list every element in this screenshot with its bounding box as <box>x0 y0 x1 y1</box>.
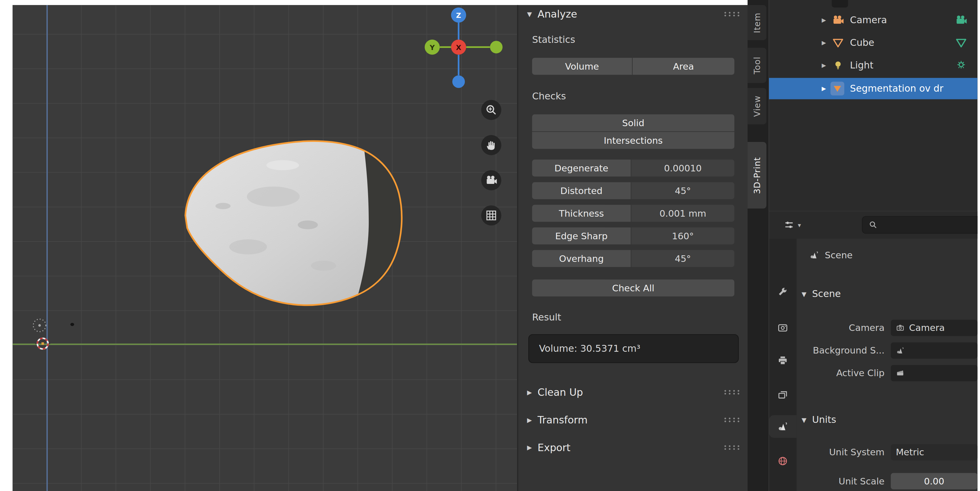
tab-tool[interactable]: Tool <box>748 48 766 83</box>
tab-tool-properties[interactable] <box>769 280 797 303</box>
transform-panel-header[interactable]: ▶ Transform <box>527 411 587 429</box>
edge-sharp-threshold-field[interactable]: 160° <box>631 227 734 244</box>
3d-cursor <box>35 336 50 351</box>
wrench-icon <box>777 286 788 297</box>
outliner-row-light[interactable]: ▶ Light <box>769 56 978 76</box>
panel-grip-icon[interactable] <box>724 445 740 451</box>
blender-window: Z Y X ▼ Analyze Statistics <box>0 0 980 491</box>
breadcrumb-label: Scene <box>825 250 853 260</box>
active-clip-field[interactable] <box>891 365 977 381</box>
property-label: Background S... <box>797 345 891 356</box>
result-value-box: Volume: 30.5371 cm³ <box>528 334 739 363</box>
property-label: Unit Scale <box>797 476 891 486</box>
expand-arrow-icon[interactable]: ▶ <box>822 17 830 23</box>
light-object-gizmo[interactable] <box>32 317 48 334</box>
degenerate-threshold-field[interactable]: 0.00010 <box>631 159 734 176</box>
camera-icon <box>896 323 905 332</box>
selected-mesh-object[interactable] <box>148 121 424 329</box>
edge-sharp-check-row: Edge Sharp 160° <box>532 227 735 244</box>
background-scene-field[interactable] <box>891 342 977 359</box>
editor-type-button[interactable]: ▾ <box>774 216 810 234</box>
gizmo-z-label: Z <box>456 11 461 19</box>
distorted-threshold-field[interactable]: 45° <box>631 182 734 199</box>
gizmo-minus-y-ball[interactable] <box>490 41 503 53</box>
tab-view-layer-properties[interactable] <box>769 384 797 407</box>
collapse-closed-icon: ▶ <box>527 389 532 396</box>
panel-grip-icon[interactable] <box>724 417 740 423</box>
outliner-row-camera[interactable]: ▶ Camera <box>769 10 978 30</box>
search-input[interactable] <box>882 219 960 230</box>
empty-object-marker[interactable] <box>70 323 74 326</box>
tab-render-properties[interactable] <box>769 316 797 339</box>
tab-item[interactable]: Item <box>748 5 766 40</box>
expand-arrow-icon[interactable]: ▶ <box>822 86 830 92</box>
export-panel-header[interactable]: ▶ Export <box>527 439 571 456</box>
outliner-item-label: Cube <box>850 37 874 49</box>
degenerate-check-button[interactable]: Degenerate <box>532 159 631 176</box>
tab-world-properties[interactable] <box>769 450 797 472</box>
analyze-panel-title: Analyze <box>538 8 577 20</box>
panel-grip-icon[interactable] <box>724 389 740 395</box>
unit-system-dropdown[interactable]: Metric <box>891 444 977 460</box>
expand-arrow-icon[interactable]: ▶ <box>822 62 830 68</box>
analyze-panel-header[interactable]: ▼ Analyze <box>527 5 577 22</box>
thickness-threshold-field[interactable]: 0.001 mm <box>631 205 734 222</box>
area-button[interactable]: Area <box>633 58 735 75</box>
edge-sharp-check-button[interactable]: Edge Sharp <box>532 227 631 244</box>
outliner-item-label: Light <box>850 60 873 71</box>
render-icon <box>777 322 788 334</box>
camera-property-row: Camera Camera <box>797 319 978 337</box>
clapperboard-icon <box>896 369 905 378</box>
expand-arrow-icon[interactable]: ▶ <box>822 40 830 46</box>
scene-section-header[interactable]: ▼ Scene <box>802 286 841 302</box>
tab-3d-print[interactable]: 3D-Print <box>748 142 766 208</box>
gizmo-x-ball[interactable]: X <box>451 40 466 55</box>
clean-up-panel-header[interactable]: ▶ Clean Up <box>527 383 583 401</box>
outliner-row-cube[interactable]: ▶ Cube <box>769 33 978 53</box>
3d-print-sidebar-panel: ▼ Analyze Statistics Volume Area Checks … <box>517 5 749 491</box>
outliner-item-label: Segmentation ov dr <box>850 83 943 94</box>
active-object-icon-box <box>830 81 844 95</box>
property-label: Unit System <box>797 447 891 458</box>
viewport-ortho-button[interactable] <box>481 205 501 226</box>
properties-editor-icon <box>783 219 795 230</box>
distorted-check-button[interactable]: Distorted <box>532 182 631 199</box>
world-globe-icon <box>777 455 788 467</box>
panel-grip-icon[interactable] <box>724 11 740 17</box>
tab-view[interactable]: View <box>748 88 766 124</box>
camera-id-field[interactable]: Camera <box>891 319 977 336</box>
intersections-check-button[interactable]: Intersections <box>532 132 735 149</box>
thickness-check-button[interactable]: Thickness <box>532 205 631 222</box>
transform-panel-title: Transform <box>538 414 587 426</box>
solid-check-button[interactable]: Solid <box>532 114 735 131</box>
active-clip-property-row: Active Clip <box>797 364 978 382</box>
unit-scale-number-field[interactable]: 0.00 <box>891 473 977 489</box>
property-label: Camera <box>797 323 891 333</box>
properties-search-box[interactable] <box>862 216 977 234</box>
check-all-button[interactable]: Check All <box>532 280 735 296</box>
gizmo-minus-z-ball[interactable] <box>452 75 465 88</box>
volume-button[interactable]: Volume <box>532 58 632 75</box>
viewport-camera-button[interactable] <box>481 170 501 191</box>
gizmo-y-ball[interactable]: Y <box>425 40 440 55</box>
sidebar-tab-strip: Item Tool View 3D-Print <box>748 0 769 491</box>
scene-section-title: Scene <box>812 288 841 300</box>
collapse-open-icon: ▼ <box>802 291 807 297</box>
viewport-pan-button[interactable] <box>481 135 501 155</box>
units-section-header[interactable]: ▼ Units <box>802 412 836 428</box>
properties-editor: ▾ Scene ▼ Scene Camera <box>769 211 978 491</box>
3d-viewport[interactable]: Z Y X <box>13 5 517 491</box>
pan-hand-icon <box>485 139 498 151</box>
viewport-zoom-button[interactable] <box>481 100 501 120</box>
tab-output-properties[interactable] <box>769 350 797 372</box>
overhang-check-button[interactable]: Overhang <box>532 250 631 267</box>
result-label: Result <box>532 311 561 323</box>
tab-scene-properties-active[interactable] <box>769 415 797 438</box>
outliner-row-segmentation-selected[interactable]: ▶ Segmentation ov dr <box>769 78 978 99</box>
gizmo-z-ball[interactable]: Z <box>451 8 466 22</box>
gizmo-y-label: Y <box>430 43 435 51</box>
view-axis-gizmo[interactable]: Z Y X <box>402 6 515 91</box>
overhang-threshold-field[interactable]: 45° <box>631 250 734 267</box>
outliner-item-label: Camera <box>850 14 887 26</box>
mesh-data-icon <box>955 36 967 49</box>
